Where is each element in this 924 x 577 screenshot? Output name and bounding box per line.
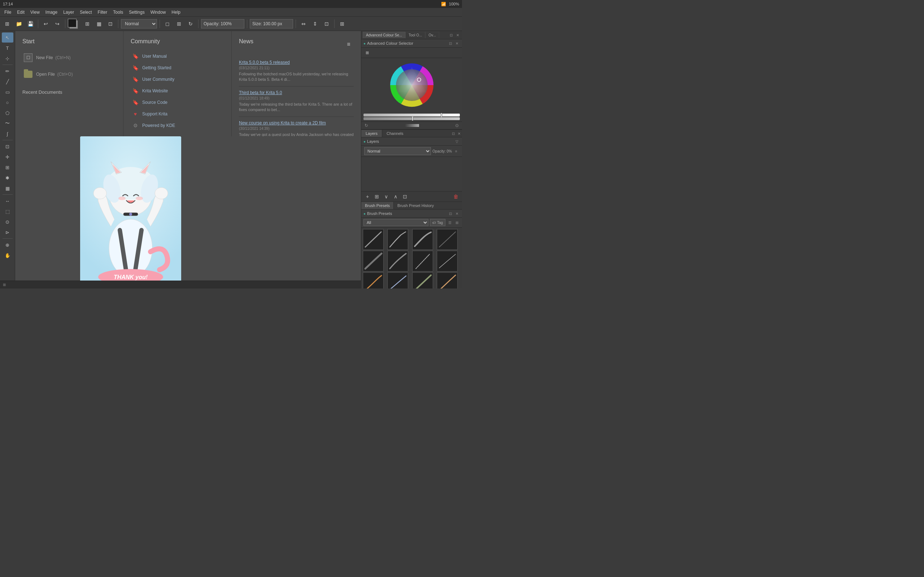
color-swatches[interactable] (68, 19, 81, 29)
brush-preset-4[interactable] (437, 229, 458, 250)
brush-preset-11[interactable] (412, 272, 433, 288)
size-control[interactable]: Size: 100.00 px (250, 19, 293, 29)
panel-close-btn[interactable]: ✕ (455, 32, 460, 38)
menu-tools[interactable]: Tools (110, 9, 126, 16)
link-getting-started[interactable]: 🔖 Getting Started (131, 62, 224, 74)
menu-layer[interactable]: Layer (60, 9, 77, 16)
brush-presets-float-btn[interactable]: ⊡ (447, 211, 453, 216)
brush-preset-5[interactable] (363, 251, 384, 272)
layers-blend-select[interactable]: Normal (364, 147, 431, 155)
opacity-control[interactable]: Opacity: 100% (201, 19, 244, 29)
open-file-btn[interactable]: Open File (Ctrl+O) (23, 68, 116, 81)
layers-float-btn[interactable]: ⊡ (451, 131, 456, 136)
add-layer-btn[interactable]: + (363, 193, 372, 200)
link-user-community[interactable]: 🔖 User Community (131, 74, 224, 85)
color-settings-btn[interactable]: ⊞ (82, 19, 92, 29)
channels-tab[interactable]: Channels (382, 130, 407, 137)
tool-zoom[interactable]: ⊕ (2, 240, 13, 250)
brush-presets-tab[interactable]: Brush Presets (361, 202, 394, 209)
news-item-1[interactable]: Krita 5.0.0 beta 5 released (03/12/2021 … (239, 56, 354, 87)
brush-grid-view-btn[interactable]: ⊞ (454, 220, 460, 226)
layers-panel-filter-btn[interactable]: ▽ (454, 139, 460, 144)
news-scroll[interactable]: Krita 5.0.0 beta 5 released (03/12/2021 … (239, 56, 354, 136)
layers-opacity-menu-btn[interactable]: ≡ (453, 148, 459, 154)
tool-sel-rect[interactable]: ⬚ (2, 206, 13, 216)
tool-freehand[interactable]: 〜 (2, 118, 13, 128)
news-item-3[interactable]: New course on using Krita to create a 2D… (239, 117, 354, 136)
brush-preset-10[interactable] (387, 272, 408, 288)
menu-view[interactable]: View (27, 9, 43, 16)
menu-image[interactable]: Image (43, 9, 60, 16)
layers-tab[interactable]: Layers (361, 130, 382, 137)
brush-list-view-btn[interactable]: ☰ (447, 220, 452, 226)
adv-colour-close-btn[interactable]: ✕ (454, 40, 460, 46)
mirror-v-btn[interactable]: ⇕ (310, 19, 320, 29)
colour-slider-1[interactable] (363, 114, 460, 116)
colour-refresh-btn[interactable]: ↻ (363, 122, 369, 128)
link-support-krita[interactable]: ♥ Support Krita (131, 108, 224, 120)
brush-preset-8[interactable] (437, 251, 458, 272)
colour-wheel-wrapper[interactable] (388, 62, 435, 108)
new-window-btn[interactable]: ⊞ (2, 19, 12, 29)
tool-paint[interactable]: ✏ (2, 66, 13, 76)
tool-options-tab[interactable]: Tool O... (405, 32, 425, 38)
alpha-lock-btn[interactable]: ⊞ (174, 19, 184, 29)
link-krita-website[interactable]: 🔖 Krita Website (131, 85, 224, 97)
link-powered-by-kde[interactable]: ⚙ Powered by KDE (131, 120, 224, 131)
brush-preset-3[interactable] (412, 229, 433, 250)
link-source-code[interactable]: 🔖 Source Code (131, 97, 224, 108)
menu-settings[interactable]: Settings (126, 9, 147, 16)
move-layer-down-btn[interactable]: ∨ (382, 193, 390, 200)
brush-preset-2[interactable] (387, 229, 408, 250)
menu-window[interactable]: Window (148, 9, 169, 16)
tool-move[interactable]: ✛ (2, 152, 13, 162)
mirror-h-btn[interactable]: ⇔ (299, 19, 309, 29)
redo-btn[interactable]: ↪ (52, 19, 63, 29)
save-btn[interactable]: 💾 (25, 19, 36, 29)
brush-preset-1[interactable] (363, 229, 384, 250)
brush-preset-9[interactable] (363, 272, 384, 288)
pattern-btn[interactable]: ▦ (94, 19, 104, 29)
colour-wheel-container[interactable] (361, 58, 462, 112)
brush-settings-btn[interactable]: ⊡ (105, 19, 115, 29)
brush-presets-close-btn[interactable]: ✕ (454, 211, 460, 216)
refresh-btn[interactable]: ↻ (186, 19, 195, 29)
tool-bezier[interactable]: ∫ (2, 129, 13, 139)
tool-crop[interactable]: ⊞ (2, 162, 13, 172)
tool-measure[interactable]: ↔ (2, 196, 13, 206)
brush-preset-6[interactable] (387, 251, 408, 272)
undo-btn[interactable]: ↩ (41, 19, 51, 29)
eraser-btn[interactable]: ◻ (162, 19, 173, 29)
canvas-layout-btn[interactable]: ⊞ (337, 19, 347, 29)
tool-polygon[interactable]: ⬠ (2, 108, 13, 118)
layers-close-btn[interactable]: ✕ (456, 131, 462, 136)
brush-tag-btn[interactable]: 🏷 Tag (430, 219, 446, 226)
news-item-2[interactable]: Third beta for Krita 5.0 (01/12/2021 18:… (239, 87, 354, 117)
colour-wheel-svg[interactable] (388, 62, 435, 108)
wrap-btn[interactable]: ⊡ (321, 19, 332, 29)
blend-mode-select[interactable]: Normal (121, 19, 157, 29)
foreground-color-swatch[interactable] (68, 19, 76, 27)
brush-filter-all-select[interactable]: All (363, 219, 428, 226)
menu-help[interactable]: Help (168, 9, 183, 16)
tool-gradient[interactable]: ▦ (2, 183, 13, 193)
tool-rect[interactable]: ▭ (2, 87, 13, 97)
tool-line[interactable]: ╱ (2, 76, 13, 87)
brush-preset-12[interactable] (437, 272, 458, 288)
tool-text[interactable]: T (2, 43, 13, 53)
adv-colour-tab[interactable]: Advanced Colour Se... (363, 32, 405, 38)
panel-float-btn[interactable]: ⊡ (448, 32, 454, 38)
brush-preset-history-tab[interactable]: Brush Preset History (394, 202, 438, 209)
link-user-manual[interactable]: 🔖 User Manual (131, 50, 224, 62)
tool-fill[interactable]: ⊡ (2, 141, 13, 152)
overview-tab[interactable]: Ov... (425, 32, 439, 38)
menu-filter[interactable]: Filter (95, 9, 110, 16)
tool-eyedropper[interactable]: ✱ (2, 173, 13, 183)
colour-history-btn[interactable]: ⊞ (363, 49, 371, 56)
adv-colour-float-btn[interactable]: ⊡ (447, 40, 453, 46)
colour-pick-btn[interactable]: ⊙ (454, 122, 460, 128)
menu-edit[interactable]: Edit (14, 9, 27, 16)
open-btn[interactable]: 📁 (14, 19, 24, 29)
tool-select[interactable]: ↖ (2, 32, 13, 43)
tool-ellipse[interactable]: ○ (2, 97, 13, 108)
